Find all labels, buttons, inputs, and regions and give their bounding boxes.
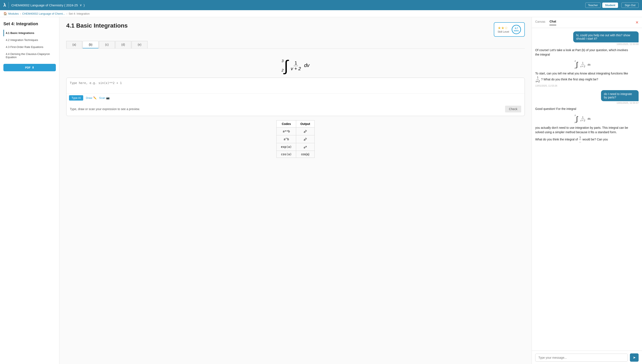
draw-icon: ✏️ bbox=[93, 96, 97, 100]
table-cell-code: a^b bbox=[277, 135, 296, 143]
tab-e[interactable]: (e) bbox=[132, 41, 148, 48]
send-icon: ➤ bbox=[633, 356, 636, 359]
teacher-button[interactable]: Teacher bbox=[585, 2, 601, 8]
answer-toolbar: Type AI Draw ✏️ Scan 📷 bbox=[67, 93, 525, 102]
content-area: 4.1 Basic Integrations ★★☆ Skill Level 4… bbox=[60, 17, 532, 364]
chat-input-area: ➤ bbox=[532, 351, 642, 364]
pdf-label: PDF bbox=[25, 66, 31, 69]
table-cell-output: cos(a) bbox=[296, 151, 314, 158]
table-header-codes: Codes bbox=[277, 120, 296, 128]
breadcrumb: 🏠 Modules › CHEM40002 Language of Chemi.… bbox=[0, 10, 642, 17]
message-user-1-bubble: hi, could you help me out with this? sho… bbox=[573, 32, 638, 42]
sidebar-title: Set 4: Integration bbox=[4, 22, 56, 26]
message-user-1: hi, could you help me out with this? sho… bbox=[557, 32, 638, 46]
message-ai-2-text-after: you actually don't need to use integrati… bbox=[535, 126, 630, 134]
chat-panel: Canvas Chat ✕ hi, could you help me out … bbox=[532, 17, 642, 364]
table-cell-output: ea bbox=[296, 143, 314, 151]
table-cell-output: ab bbox=[296, 135, 314, 143]
chat-close-button[interactable]: ✕ bbox=[635, 20, 638, 25]
skill-badge: ★★☆ Skill Level 4-7 mins bbox=[494, 22, 525, 37]
breadcrumb-course[interactable]: CHEM40002 Language of Chemi... bbox=[22, 12, 65, 15]
message-ai-1-content: Of course! Let's take a look at Part (b)… bbox=[535, 48, 630, 84]
table-cell-code: a**b bbox=[277, 128, 296, 135]
draw-button[interactable]: Draw ✏️ bbox=[86, 96, 96, 100]
table-row: a^b ab bbox=[277, 135, 314, 143]
timer-circle: 4-7 mins bbox=[512, 25, 521, 34]
code-table: Codes Output a**b ab a^b ab exp(a) ea bbox=[276, 120, 314, 158]
draw-label: Draw bbox=[86, 96, 92, 100]
chat-messages: hi, could you help me out with this? sho… bbox=[532, 28, 642, 351]
table-cell-code: cos(a) bbox=[277, 151, 296, 158]
chat-input[interactable] bbox=[535, 354, 628, 362]
answer-box: Type AI Draw ✏️ Scan 📷 Type, draw or sca… bbox=[66, 78, 525, 116]
header-divider bbox=[9, 2, 9, 8]
tab-canvas[interactable]: Canvas bbox=[535, 20, 545, 25]
table-row: cos(a) cos(a) bbox=[277, 151, 314, 158]
student-button[interactable]: Student bbox=[602, 2, 618, 8]
sidebar: Set 4: Integration 4.1 Basic Integration… bbox=[0, 17, 60, 364]
tab-d[interactable]: (d) bbox=[115, 41, 131, 48]
sidebar-item-4-1-label: 4.1 Basic Integrations bbox=[6, 32, 34, 34]
timer-value: 4-7 bbox=[515, 27, 518, 30]
sidebar-item-4-3-label: 4.3 First-Order Rate Equations bbox=[6, 46, 43, 48]
app-logo: λ bbox=[4, 2, 6, 8]
content-tabs: (a) (b) (c) (d) (e) bbox=[66, 41, 525, 48]
scan-label: Scan bbox=[99, 96, 106, 100]
message-ai-2-cutoff-text: would be? Can you bbox=[582, 138, 608, 141]
breadcrumb-modules[interactable]: Modules bbox=[8, 12, 19, 15]
answer-input[interactable] bbox=[67, 78, 525, 93]
content-header: 4.1 Basic Integrations ★★☆ Skill Level 4… bbox=[66, 22, 525, 37]
message-user-2-bubble: do I need to integrate by parts? bbox=[601, 90, 638, 101]
chat-integral-2: 3 2 ∫ 1 v + 2 dv, bbox=[535, 113, 630, 124]
sidebar-item-4-2[interactable]: 4.2 Integration Techniques bbox=[4, 37, 56, 43]
preview-text: Type, draw or scan your expression to se… bbox=[70, 107, 140, 111]
breadcrumb-sep1: › bbox=[20, 12, 21, 15]
tab-a[interactable]: (a) bbox=[66, 41, 82, 48]
chat-header: Canvas Chat ✕ bbox=[532, 17, 642, 28]
breadcrumb-sep2: › bbox=[67, 12, 67, 15]
message-user-2-timestamp: 13/01/2025, 11:54:47 bbox=[616, 102, 638, 104]
math-display: 3 2 ∫ 1 v + 2 dv bbox=[66, 54, 525, 78]
message-ai-1-text-after: To start, can you tell me what you know … bbox=[535, 71, 630, 84]
type-ai-button[interactable]: Type AI bbox=[69, 95, 83, 100]
table-row: a**b ab bbox=[277, 128, 314, 135]
signout-button[interactable]: Sign Out bbox=[621, 2, 638, 8]
sidebar-item-4-1[interactable]: 4.1 Basic Integrations bbox=[4, 30, 56, 36]
chat-integral-1: 3 2 ∫ 1 v + 2 dv. bbox=[535, 58, 630, 70]
message-ai-2: Good question! For the integral 3 2 ∫ 1 bbox=[535, 107, 630, 144]
message-ai-1: Of course! Let's take a look at Part (b)… bbox=[535, 48, 630, 88]
tab-b[interactable]: (b) bbox=[83, 41, 99, 48]
sidebar-item-4-4-label: 4.4 Deriving the Clausius-Clapeyron Equa… bbox=[6, 52, 50, 59]
table-cell-output: ab bbox=[296, 128, 314, 135]
message-ai-2-text-before: Good question! For the integral bbox=[535, 107, 630, 111]
course-title: CHEM40002 Language of Chemistry ( 2024-2… bbox=[11, 3, 583, 7]
message-ai-2-content: Good question! For the integral 3 2 ∫ 1 bbox=[535, 107, 630, 144]
skill-label: Skill Level bbox=[498, 30, 509, 33]
check-button[interactable]: Check bbox=[505, 106, 521, 112]
pdf-button[interactable]: PDF ⬇ bbox=[4, 64, 56, 71]
header-actions: Teacher Student Sign Out bbox=[585, 2, 638, 8]
course-title-text: CHEM40002 Language of Chemistry ( 2024-2… bbox=[11, 4, 78, 7]
breadcrumb-current: Set 4: Integration bbox=[69, 12, 90, 15]
table-cell-code: exp(a) bbox=[277, 143, 296, 151]
message-ai-1-timestamp: 13/01/2025, 11:53:26 bbox=[535, 84, 630, 88]
skill-stars: ★★☆ bbox=[498, 26, 509, 30]
integral-expression: 3 2 ∫ 1 v + 2 dv bbox=[281, 58, 309, 74]
table-row: exp(a) ea bbox=[277, 143, 314, 151]
message-user-2: do I need to integrate by parts? 13/01/2… bbox=[591, 90, 638, 104]
main-layout: Set 4: Integration 4.1 Basic Integration… bbox=[0, 17, 642, 364]
skill-info: ★★☆ Skill Level bbox=[498, 26, 509, 33]
preview-area: Type, draw or scan your expression to se… bbox=[67, 102, 525, 116]
tab-c[interactable]: (c) bbox=[99, 41, 115, 48]
sidebar-item-4-2-label: 4.2 Integration Techniques bbox=[6, 38, 38, 42]
chat-send-button[interactable]: ➤ bbox=[630, 354, 638, 362]
sidebar-item-4-3[interactable]: 4.3 First-Order Rate Equations bbox=[4, 44, 56, 50]
camera-icon: 📷 bbox=[106, 96, 110, 100]
scan-button[interactable]: Scan 📷 bbox=[99, 96, 110, 100]
tab-chat[interactable]: Chat bbox=[549, 20, 556, 25]
sidebar-item-4-4[interactable]: 4.4 Deriving the Clausius-Clapeyron Equa… bbox=[4, 51, 56, 60]
course-chevron[interactable]: ∨ bbox=[80, 3, 82, 7]
message-user-1-timestamp: 13/01/2025, 11:53:00 bbox=[616, 43, 638, 46]
app-header: λ CHEM40002 Language of Chemistry ( 2024… bbox=[0, 0, 642, 10]
home-icon[interactable]: 🏠 bbox=[4, 12, 7, 15]
